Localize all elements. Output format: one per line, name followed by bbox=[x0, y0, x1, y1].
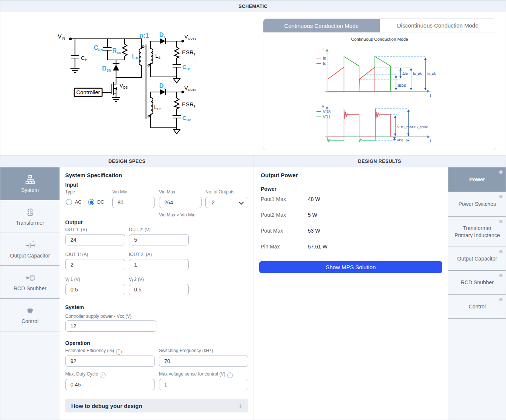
input-heading: Input bbox=[65, 182, 78, 188]
info-icon[interactable]: i bbox=[100, 372, 105, 378]
out1-input[interactable] bbox=[65, 234, 125, 245]
schematic-label-lp: LP bbox=[132, 53, 138, 60]
current-axis-y-label: I bbox=[323, 47, 324, 51]
design-results-header-bar: DESIGN RESULTS bbox=[254, 155, 506, 167]
iout1-input[interactable] bbox=[65, 259, 125, 270]
output-heading: Output bbox=[65, 219, 83, 225]
result-label: Pin Max bbox=[261, 244, 308, 250]
schematic-label-d1: D1 bbox=[159, 32, 166, 39]
schematic-label-esr1: ESR1 bbox=[182, 49, 196, 56]
voltage-waveform-chart: V t VDS VD1 VDS_max VDS_spike VD1_pk bbox=[312, 100, 448, 150]
radio-dc[interactable]: DC bbox=[88, 199, 104, 205]
plus-icon: + bbox=[238, 402, 242, 410]
result-row: Pout1 Max 48 W bbox=[261, 196, 320, 202]
vsense-label: Max voltage sense for control (V)i bbox=[159, 371, 233, 378]
sidebar-item-label: RCD Snubber bbox=[14, 285, 46, 291]
results-nav-control[interactable]: Control bbox=[448, 295, 506, 319]
radio-dc-circle[interactable] bbox=[88, 199, 94, 205]
outputs-select-value: 2 bbox=[212, 199, 215, 205]
status-dot bbox=[499, 250, 503, 253]
sidebar-item-output-capacitor[interactable]: Output Capacitor bbox=[0, 233, 60, 266]
app-window: SCHEMATIC bbox=[0, 0, 506, 420]
result-label: Pout2 Max bbox=[261, 212, 308, 218]
radio-dc-label: DC bbox=[97, 199, 104, 205]
debug-accordion[interactable]: How to debug your design + bbox=[65, 399, 248, 412]
sidebar-item-control[interactable]: Control bbox=[0, 299, 60, 331]
result-label: Pout1 Max bbox=[261, 196, 308, 202]
results-section-title: Output Power bbox=[261, 172, 298, 178]
vin-min-input[interactable] bbox=[112, 197, 155, 208]
out2-input[interactable] bbox=[129, 234, 189, 245]
outputs-select[interactable]: 2 bbox=[205, 197, 248, 208]
voltage-axis-x-label: t bbox=[430, 139, 431, 143]
frequency-input[interactable] bbox=[159, 356, 248, 367]
status-dot bbox=[499, 274, 503, 277]
results-nav-label: Power Switches bbox=[459, 201, 496, 208]
current-axis-x-label: t bbox=[430, 94, 431, 98]
schematic-label-ratio: n:1 bbox=[140, 32, 149, 39]
results-nav-label: RCD Snubber bbox=[461, 279, 494, 286]
results-nav-label: Power bbox=[469, 176, 485, 183]
annotation-vds-spike: VDS_spike bbox=[410, 125, 428, 129]
outputs-label: No. of Outputs bbox=[205, 189, 234, 195]
results-nav-label: Transformer Primary Inductance bbox=[454, 225, 501, 239]
out2-label: OUT 2: (V) bbox=[129, 227, 151, 232]
result-row: Pout2 Max 5 W bbox=[261, 212, 317, 218]
system-heading: System bbox=[65, 304, 84, 310]
schematic-label-vds: VDS bbox=[119, 82, 128, 89]
results-nav-output-capacitor[interactable]: Output Capacitor bbox=[448, 247, 506, 271]
design-results-title: DESIGN RESULTS bbox=[358, 159, 401, 164]
sidebar-item-label: Control bbox=[21, 318, 38, 324]
info-icon[interactable]: i bbox=[227, 372, 233, 378]
status-dot bbox=[499, 170, 503, 174]
schematic-label-esr2: ESR2 bbox=[182, 101, 196, 108]
status-dot bbox=[499, 220, 503, 223]
debug-accordion-label: How to debug your design bbox=[71, 403, 142, 409]
schematic-label-ls: LS bbox=[155, 52, 161, 60]
vf2-input[interactable] bbox=[129, 284, 189, 295]
vsense-input[interactable] bbox=[159, 379, 248, 390]
vf1-input[interactable] bbox=[65, 284, 125, 295]
sidebar-item-transformer[interactable]: Transformer bbox=[0, 200, 60, 233]
tab-continuous-conduction-mode[interactable]: Continuous Conduction Mode bbox=[263, 19, 380, 32]
tab-discontinuous-conduction-mode[interactable]: Discontinuous Conduction Mode bbox=[380, 19, 496, 32]
annotation-is-pk: Is_pk bbox=[427, 71, 436, 75]
results-nav-power[interactable]: Power bbox=[448, 167, 506, 192]
schematic-label-co1: CO1 bbox=[182, 64, 191, 71]
schematic-label-d2: D2 bbox=[159, 83, 166, 90]
results-sidebar: Power Power Switches Transformer Primary… bbox=[448, 167, 506, 420]
show-mps-solution-button[interactable]: Show MPS Solution bbox=[259, 261, 442, 273]
sidebar-item-system[interactable]: System bbox=[0, 167, 60, 200]
sidebar-item-rcd-snubber[interactable]: RCD Snubber bbox=[0, 266, 60, 299]
schematic-label-co2: CO2 bbox=[182, 115, 191, 122]
results-nav-transformer-primary-inductance[interactable]: Transformer Primary Inductance bbox=[448, 217, 506, 247]
type-label: Type bbox=[65, 189, 75, 195]
iout2-input[interactable] bbox=[129, 259, 189, 270]
sidebar-item-label: System bbox=[21, 187, 39, 193]
result-value: 57.61 W bbox=[308, 244, 327, 250]
schematic-label-vout1: VOUT1 bbox=[184, 33, 196, 40]
operation-heading: Operation bbox=[65, 340, 90, 346]
radio-ac[interactable]: AC bbox=[66, 199, 81, 205]
status-dot bbox=[499, 195, 503, 198]
result-value: 53 W bbox=[308, 228, 320, 234]
vin-hint: Vin Max > Vin Min bbox=[159, 212, 196, 218]
vin-max-input[interactable] bbox=[159, 197, 202, 208]
transformer-icon bbox=[25, 207, 35, 217]
rcd-snubber-icon bbox=[25, 273, 35, 283]
form-section-title: System Specification bbox=[65, 172, 122, 178]
vcc-input[interactable] bbox=[65, 320, 156, 332]
info-icon[interactable]: i bbox=[116, 349, 122, 355]
results-nav-rcd-snubber[interactable]: RCD Snubber bbox=[448, 271, 506, 295]
results-nav-power-switches[interactable]: Power Switches bbox=[448, 192, 506, 217]
duty-cycle-input[interactable] bbox=[65, 379, 155, 390]
result-row: Pin Max 57.61 W bbox=[261, 244, 327, 250]
legend-is: Is bbox=[323, 61, 326, 66]
iout1-label: IOUT 1: (A) bbox=[65, 252, 88, 257]
efficiency-label: Estimated Efficiency (%)i bbox=[65, 348, 122, 355]
control-icon bbox=[25, 306, 35, 316]
radio-ac-circle[interactable] bbox=[66, 199, 72, 205]
voltage-axis-y-label: V bbox=[322, 104, 324, 109]
annotation-ieds: IEDS bbox=[398, 83, 406, 87]
efficiency-input[interactable] bbox=[65, 356, 155, 367]
